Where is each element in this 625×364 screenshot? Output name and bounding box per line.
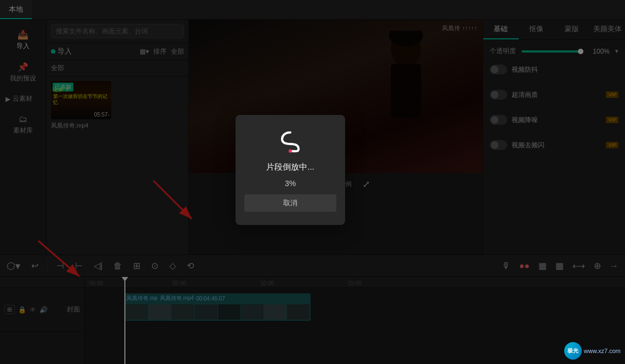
modal-cancel-button[interactable]: 取消 — [244, 194, 336, 212]
svg-point-4 — [289, 149, 292, 153]
modal-percent: 3% — [285, 179, 296, 188]
watermark-text: www.xz7.com — [584, 348, 621, 354]
modal-overlay: 片段倒放中... 3% 取消 — [0, 0, 625, 364]
modal-logo — [277, 128, 304, 155]
app-container: 本地 📥 导入 📌 我的预设 ▶ 云素材 🗂 素材库 — [0, 0, 625, 364]
watermark-circle: 极光 — [564, 342, 582, 360]
modal-title: 片段倒放中... — [266, 162, 314, 172]
watermark-badge: 极光 www.xz7.com — [564, 342, 621, 360]
progress-modal: 片段倒放中... 3% 取消 — [236, 115, 345, 225]
